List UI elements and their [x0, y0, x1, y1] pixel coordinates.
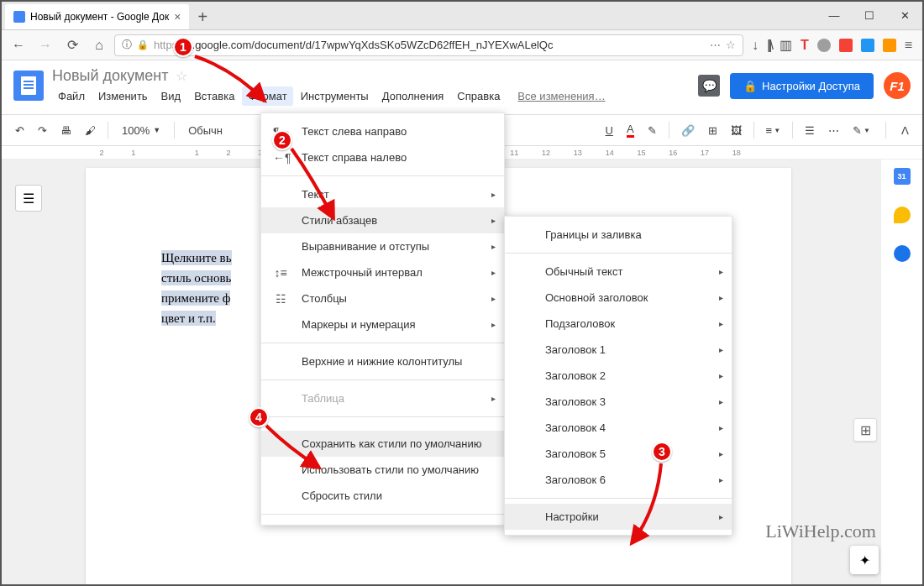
comment-button[interactable]: ⊞ [703, 121, 722, 140]
explore-button[interactable]: ✦ [850, 546, 879, 574]
menu-subtitle[interactable]: Подзаголовок▸ [505, 311, 732, 337]
style-select[interactable]: Обычн [181, 121, 229, 140]
chevron-up-icon[interactable]: ᐱ [896, 121, 914, 140]
menu-normal-text[interactable]: Обычный текст▸ [505, 259, 732, 285]
url-input[interactable]: ⓘ 🔒 https://s.google.com/document/d/17wp… [114, 34, 743, 56]
site-info-icon[interactable]: ⓘ [122, 38, 132, 52]
close-window-button[interactable]: ✕ [887, 3, 922, 27]
download-icon[interactable]: ↓ [752, 38, 759, 53]
docs-header: Новый документ ☆ Файл Изменить Вид Встав… [2, 60, 922, 114]
text-color-button[interactable]: A [622, 119, 639, 141]
highlight-button[interactable]: ✎ [643, 121, 662, 140]
paint-format-button[interactable]: 🖌 [80, 121, 101, 140]
ext-cam-icon[interactable] [861, 39, 874, 52]
undo-button[interactable]: ↶ [10, 121, 29, 140]
menu-text-ltr[interactable]: ¶→Текст слева направо [261, 118, 504, 144]
share-button[interactable]: 🔒 Настройки Доступа [730, 73, 874, 99]
menu-headers-footers[interactable]: Верхние и нижние колонтитулы [261, 348, 504, 374]
docs-logo-icon[interactable] [13, 71, 44, 101]
menu-bullets[interactable]: Маркеры и нумерация▸ [261, 311, 504, 337]
menu-main-title[interactable]: Основной заголовок▸ [505, 285, 732, 311]
reload-button[interactable]: ⟳ [60, 34, 84, 57]
menu-reset-styles[interactable]: Сбросить стили [261, 483, 504, 509]
comments-icon[interactable]: 💬 [698, 75, 720, 97]
align-button[interactable]: ≡ ▼ [761, 121, 786, 140]
keep-icon[interactable] [894, 207, 911, 223]
menu-paragraph-styles[interactable]: Стили абзацев▸ [261, 207, 504, 233]
bookmark-star-icon[interactable]: ☆ [726, 39, 736, 51]
chevron-right-icon: ▸ [719, 293, 723, 302]
forward-button[interactable]: → [34, 34, 57, 57]
add-comment-button[interactable]: ⊞ [853, 418, 877, 442]
menu-help[interactable]: Справка [451, 86, 506, 106]
doc-line-3: примените ф [161, 290, 230, 306]
menu-heading-2[interactable]: Заголовок 2▸ [505, 363, 732, 389]
f1-badge-icon[interactable]: F1 [884, 72, 911, 99]
more-button[interactable]: ⋯ [823, 121, 844, 140]
ext-orange-icon[interactable] [883, 39, 896, 52]
menu-format[interactable]: Формат [242, 86, 292, 106]
underline-button[interactable]: U [601, 121, 618, 140]
browser-menu-icon[interactable]: ≡ [905, 38, 912, 53]
chevron-right-icon: ▸ [719, 345, 723, 354]
tab-close-icon[interactable]: × [174, 10, 181, 24]
menu-line-spacing[interactable]: ↕≡Межстрочный интервал▸ [261, 259, 504, 285]
library-icon[interactable]: |||\ [767, 38, 771, 53]
chevron-right-icon: ▸ [719, 423, 723, 432]
ext-abp-icon[interactable] [817, 39, 831, 52]
menu-save-default-styles[interactable]: Сохранить как стили по умолчанию [261, 431, 504, 457]
menu-insert[interactable]: Вставка [188, 86, 240, 106]
menu-tools[interactable]: Инструменты [295, 86, 375, 106]
chevron-right-icon: ▸ [719, 512, 723, 521]
menu-edit[interactable]: Изменить [92, 86, 154, 106]
image-button[interactable]: 🖼 [726, 121, 747, 140]
changes-link[interactable]: Все изменения… [517, 90, 605, 102]
menu-heading-4[interactable]: Заголовок 4▸ [505, 415, 732, 441]
star-icon[interactable]: ☆ [176, 68, 187, 84]
menu-text[interactable]: Текст▸ [261, 181, 504, 207]
menu-view[interactable]: Вид [155, 86, 187, 106]
editing-mode-button[interactable]: ✎ ▼ [848, 121, 875, 140]
menu-heading-5[interactable]: Заголовок 5▸ [505, 441, 732, 467]
link-button[interactable]: 🔗 [676, 121, 700, 140]
menu-text-rtl[interactable]: ←¶Текст справа налево [261, 144, 504, 170]
menu-use-default-styles[interactable]: Использовать стили по умолчанию [261, 457, 504, 483]
address-bar: ← → ⟳ ⌂ ⓘ 🔒 https://s.google.com/documen… [2, 30, 922, 60]
ext-red-icon[interactable] [839, 39, 853, 52]
chevron-right-icon: ▸ [719, 319, 723, 328]
sidebar-icon[interactable]: ▥ [780, 37, 792, 53]
document-title[interactable]: Новый документ [52, 67, 169, 85]
zoom-select[interactable]: 100% ▼ [115, 121, 167, 140]
ext-t-icon[interactable]: T [801, 38, 809, 53]
redo-button[interactable]: ↷ [33, 121, 52, 140]
menu-file[interactable]: Файл [52, 86, 91, 106]
chevron-right-icon: ▸ [491, 320, 496, 329]
home-button[interactable]: ⌂ [87, 34, 111, 57]
menu-heading-3[interactable]: Заголовок 3▸ [505, 389, 732, 415]
browser-tab[interactable]: Новый документ - Google Док × [5, 4, 189, 29]
menu-settings[interactable]: Настройки▸ [505, 504, 732, 530]
new-tab-button[interactable]: + [189, 4, 216, 29]
menu-heading-1[interactable]: Заголовок 1▸ [505, 337, 732, 363]
menu-borders-fill[interactable]: Границы и заливка [505, 222, 732, 248]
annotation-badge-4: 4 [249, 407, 269, 427]
back-button[interactable]: ← [7, 34, 30, 57]
format-dropdown: ¶→Текст слева направо ←¶Текст справа нал… [260, 112, 505, 526]
calendar-icon[interactable] [894, 168, 911, 185]
lock-white-icon: 🔒 [743, 80, 757, 92]
chevron-right-icon: ▸ [491, 242, 496, 251]
menu-addons[interactable]: Дополнения [376, 86, 450, 106]
print-button[interactable]: 🖶 [55, 121, 76, 140]
menu-align-indent[interactable]: Выравнивание и отступы▸ [261, 233, 504, 259]
menu-columns[interactable]: ☷Столбцы▸ [261, 285, 504, 311]
tasks-icon[interactable] [894, 245, 911, 262]
outline-toggle-button[interactable]: ☰ [15, 185, 42, 212]
menu-heading-6[interactable]: Заголовок 6▸ [505, 467, 732, 493]
tab-title: Новый документ - Google Док [30, 11, 169, 23]
columns-icon: ☷ [273, 292, 288, 306]
minimize-button[interactable]: — [816, 3, 852, 27]
menu-table[interactable]: Таблица▸ [261, 385, 504, 411]
line-spacing-button[interactable]: ☰ [800, 121, 820, 140]
reader-mode-icon[interactable]: ⋯ [710, 39, 721, 51]
maximize-button[interactable]: ☐ [852, 3, 887, 27]
